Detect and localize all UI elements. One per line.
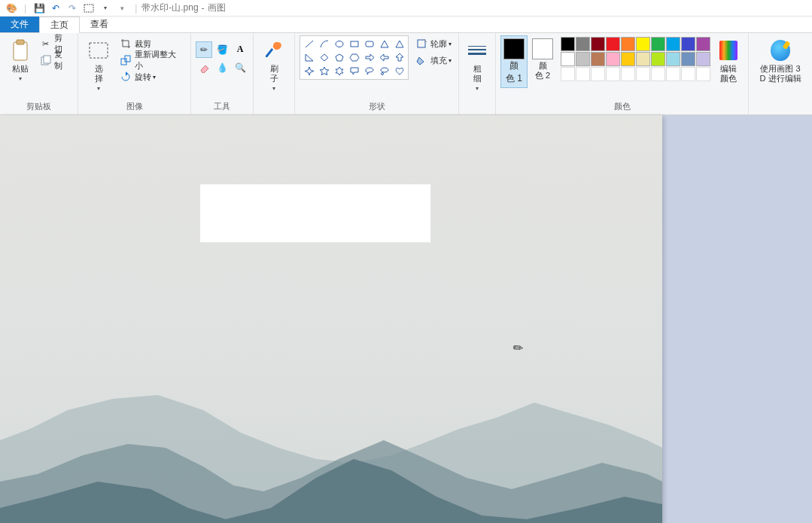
color-cell[interactable] [606,52,620,66]
fill-button[interactable]: 填充 ▾ [413,52,454,68]
tab-file[interactable]: 文件 [0,17,39,32]
size-button[interactable]: 粗 细 ▾ [464,35,491,92]
svg-rect-4 [44,56,50,63]
shape-pentagon[interactable] [332,51,346,64]
shape-curve[interactable] [317,38,331,50]
pencil-tool[interactable]: ✏ [196,41,212,58]
color-cell[interactable] [696,52,710,66]
quick-access-toolbar: 🎨 | 💾 ↶ ↷ ▾ ▾ | 带水印-山.png - 画图 [0,0,812,17]
color-cell[interactable] [681,52,695,66]
shape-heart[interactable] [392,65,406,78]
color-cell[interactable] [591,67,605,81]
color-cell[interactable] [636,67,650,81]
svg-marker-18 [336,67,343,75]
redo-icon[interactable]: ↷ [65,2,79,15]
save-icon[interactable]: 💾 [32,2,46,15]
shape-callout-round[interactable] [362,65,376,78]
shape-rect[interactable] [347,38,361,50]
scissors-icon: ✂ [40,38,52,50]
shape-triangle[interactable] [392,38,406,50]
shape-rtriangle[interactable] [302,51,316,64]
canvas[interactable]: ✎ [0,115,662,523]
color-cell[interactable] [636,37,650,51]
color-cell[interactable] [651,37,665,51]
eraser-tool[interactable] [196,59,212,76]
svg-line-8 [306,41,313,47]
undo-icon[interactable]: ↶ [49,2,62,15]
color-cell[interactable] [591,37,605,51]
shape-arrow-right[interactable] [362,51,376,64]
svg-rect-1 [14,42,27,60]
svg-point-9 [336,41,343,47]
qat-overflow-icon[interactable]: ▾ [115,2,129,15]
outline-button[interactable]: 轮廓 ▾ [413,35,454,52]
tab-home[interactable]: 主页 [39,17,80,33]
rotate-button[interactable]: 旋转 ▾ [117,68,186,85]
color-cell[interactable] [576,52,590,66]
group-colors: 颜 色 1 颜 色 2 编辑 颜色 颜色 [496,33,749,114]
color-cell[interactable] [606,37,620,51]
shape-star4[interactable] [302,65,316,78]
color-cell[interactable] [651,67,665,81]
color1-button[interactable]: 颜 色 1 [500,35,528,88]
edit-colors-button[interactable]: 编辑 颜色 [713,35,744,84]
text-tool[interactable]: A [232,41,248,58]
paint3d-button[interactable]: 使用画图 3 D 进行编辑 [753,35,807,84]
color-cell[interactable] [561,67,575,81]
tab-view[interactable]: 查看 [80,17,119,32]
color-cell[interactable] [681,67,695,81]
rotate-icon [120,71,132,83]
group-tools: ✏ 🪣 A 💧 🔍 工具 [191,33,254,114]
shape-polygon[interactable] [377,38,391,50]
ribbon: 粘贴 ▾ ✂ 剪切 复制 剪贴板 [0,33,812,115]
shape-diamond[interactable] [317,51,331,64]
shape-line[interactable] [302,38,316,50]
shape-callout-rect[interactable] [347,65,361,78]
color-cell[interactable] [666,37,680,51]
color2-swatch [532,38,553,59]
rainbow-icon [716,38,741,62]
color-cell[interactable] [666,67,680,81]
color-cell[interactable] [606,67,620,81]
color-cell[interactable] [591,52,605,66]
magnifier-tool[interactable]: 🔍 [232,59,248,76]
color-cell[interactable] [621,67,635,81]
shape-oval[interactable] [332,38,346,50]
color-cell[interactable] [621,52,635,66]
color-palette-row1 [561,37,710,51]
qat-dropdown-icon[interactable]: ▾ [99,2,112,15]
color-cell[interactable] [576,67,590,81]
shape-arrow-up[interactable] [392,51,406,64]
shape-callout-cloud[interactable] [377,65,391,78]
shape-roundrect[interactable] [362,38,376,50]
color-cell[interactable] [576,37,590,51]
paste-button[interactable]: 粘贴 ▾ [5,35,36,82]
resize-button[interactable]: 重新调整大小 [117,52,186,68]
svg-rect-21 [418,40,425,47]
svg-point-19 [381,68,388,72]
group-paint3d: 使用画图 3 D 进行编辑 [749,33,812,114]
fill-tool[interactable]: 🪣 [214,41,230,58]
brushes-button[interactable]: 刷 子 ▾ [258,35,290,92]
color-cell[interactable] [696,37,710,51]
qat-select-icon[interactable] [82,2,96,15]
chevron-down-icon: ▾ [272,85,275,92]
shape-hexagon[interactable] [347,51,361,64]
color-cell[interactable] [621,37,635,51]
shape-star5[interactable] [317,65,331,78]
color-cell[interactable] [561,52,575,66]
color-cell[interactable] [651,52,665,66]
svg-rect-11 [366,41,373,47]
color-cell[interactable] [681,37,695,51]
shape-arrow-left[interactable] [377,51,391,64]
color-cell[interactable] [561,37,575,51]
eyedropper-tool[interactable]: 💧 [214,59,230,76]
shapes-gallery[interactable] [300,35,409,80]
color2-button[interactable]: 颜 色 2 [528,35,558,81]
color-cell[interactable] [696,67,710,81]
color-cell[interactable] [666,52,680,66]
select-button[interactable]: 选 择 ▾ [83,35,114,92]
color-cell[interactable] [636,52,650,66]
copy-button[interactable]: 复制 [38,52,74,68]
shape-star6[interactable] [332,65,346,78]
